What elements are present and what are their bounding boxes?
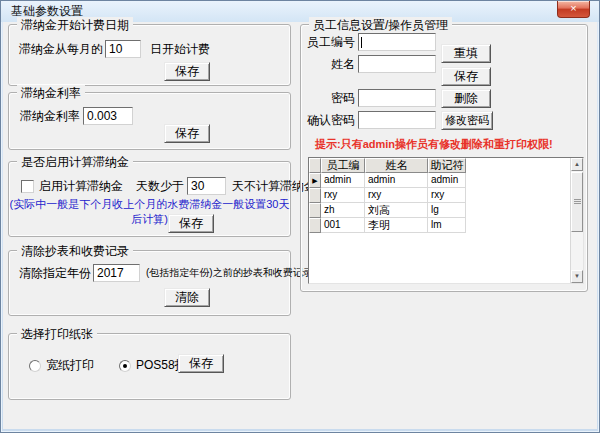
table-header-row: 员工编号 姓名 助记符 — [309, 158, 583, 173]
name-label: 姓名 — [307, 56, 355, 73]
group-title: 选择打印纸张 — [17, 326, 97, 343]
enable-late-fee-checkbox[interactable] — [21, 180, 34, 193]
pos58-radio[interactable] — [119, 360, 131, 372]
table-vertical-scrollbar[interactable]: ▲ ▼ — [570, 158, 583, 283]
group-title: 滞纳金开始计费日期 — [17, 17, 133, 34]
save-button[interactable]: 保存 — [164, 62, 210, 81]
group-late-fee-rate: 滞纳金利率 滞纳金利率 保存 — [8, 92, 291, 150]
cell-name[interactable]: rxy — [365, 188, 428, 203]
table-row[interactable]: rxy rxy rxy — [309, 188, 583, 203]
password-input[interactable] — [358, 89, 436, 107]
cell-name[interactable]: admin — [365, 173, 428, 188]
row-selector-arrow-icon[interactable]: ▶ — [309, 173, 321, 188]
start-date-prefix-label: 滞纳金从每月的 — [19, 41, 103, 58]
text-caret — [361, 37, 362, 48]
wide-paper-label: 宽纸打印 — [46, 357, 94, 374]
change-password-button[interactable]: 修改密码 — [441, 111, 493, 130]
column-header[interactable]: 员工编号 — [321, 158, 365, 173]
start-date-suffix-label: 日开始计费 — [150, 41, 210, 58]
name-input[interactable] — [358, 55, 436, 73]
rate-label: 滞纳金利率 — [20, 108, 80, 125]
cell-mnemonic[interactable]: admin — [428, 173, 466, 188]
delete-button[interactable]: 删除 — [441, 89, 491, 108]
group-title: 是否启用计算滞纳金 — [17, 154, 133, 171]
row-selector[interactable] — [309, 188, 321, 203]
group-enable-late-fee: 是否启用计算滞纳金 启用计算滞纳金 天数少于 天不计算滞纳金 (实际中一般是下个… — [8, 161, 291, 237]
cell-name[interactable]: 李明 — [365, 218, 428, 233]
confirm-password-label: 确认密码 — [307, 112, 355, 129]
refill-button[interactable]: 重填 — [441, 44, 491, 63]
group-title: 滞纳金利率 — [17, 85, 85, 102]
start-date-input[interactable] — [105, 40, 141, 58]
wide-paper-radio[interactable] — [29, 360, 41, 372]
scrollbar-thumb-gripper — [574, 199, 581, 205]
column-header[interactable]: 姓名 — [365, 158, 428, 173]
group-paper-select: 选择打印纸张 宽纸打印 POS58打印 保存 — [8, 333, 291, 400]
scroll-down-icon[interactable]: ▼ — [571, 270, 583, 283]
group-employee-management: 员工信息设置/操作员管理 员工编号 姓名 密码 确认密码 重填 保存 删除 修改… — [300, 24, 588, 292]
cell-emp-no[interactable]: zh — [321, 203, 365, 218]
cell-name[interactable]: 刘高 — [365, 203, 428, 218]
save-button[interactable]: 保存 — [164, 124, 210, 143]
cell-mnemonic[interactable]: lm — [428, 218, 466, 233]
clear-button[interactable]: 清除 — [164, 288, 210, 307]
scrollbar-thumb[interactable] — [571, 172, 583, 232]
clear-year-label: 清除指定年份 — [19, 265, 91, 282]
save-button[interactable]: 保存 — [178, 354, 224, 373]
days-input[interactable] — [187, 177, 226, 195]
table-row[interactable]: zh 刘高 lg — [309, 203, 583, 218]
confirm-password-input[interactable] — [358, 111, 436, 129]
radio-dot — [123, 364, 127, 368]
late-fee-note: (实际中一般是下个月收上个月的水费滞纳金一般设置30天后计算) — [9, 197, 290, 227]
employee-table: 员工编号 姓名 助记符 ▶ admin admin admin rxy rxy … — [308, 157, 584, 284]
row-selector[interactable] — [309, 218, 321, 233]
cell-emp-no[interactable]: 001 — [321, 218, 365, 233]
emp-no-input[interactable] — [358, 33, 436, 51]
cell-mnemonic[interactable]: lg — [428, 203, 466, 218]
admin-hint: 提示:只有admin操作员有修改删除和重打印权限! — [315, 137, 553, 152]
cell-emp-no[interactable]: rxy — [321, 188, 365, 203]
save-button[interactable]: 保存 — [168, 214, 214, 233]
column-header[interactable]: 助记符 — [428, 158, 466, 173]
days-prefix-label: 天数少于 — [136, 178, 184, 195]
group-clear-records: 清除抄表和收费记录 清除指定年份 (包括指定年份)之前的抄表和收费记录 清除 — [8, 250, 291, 316]
enable-checkbox-label: 启用计算滞纳金 — [39, 178, 123, 195]
table-row[interactable]: ▶ admin admin admin — [309, 173, 583, 188]
cell-mnemonic[interactable]: rxy — [428, 188, 466, 203]
rate-input[interactable] — [83, 107, 133, 125]
dialog-window: 基础参数设置 × 滞纳金开始计费日期 滞纳金从每月的 日开始计费 保存 滞纳金利… — [0, 0, 600, 433]
table-row[interactable]: 001 李明 lm — [309, 218, 583, 233]
group-title: 清除抄表和收费记录 — [17, 243, 133, 260]
emp-no-label: 员工编号 — [307, 34, 355, 51]
row-selector[interactable] — [309, 203, 321, 218]
cell-emp-no[interactable]: admin — [321, 173, 365, 188]
password-label: 密码 — [307, 90, 355, 107]
save-button[interactable]: 保存 — [441, 67, 491, 86]
close-icon[interactable]: × — [557, 1, 590, 18]
group-title: 员工信息设置/操作员管理 — [309, 17, 452, 34]
clear-year-input[interactable] — [93, 264, 140, 282]
group-late-fee-start-date: 滞纳金开始计费日期 滞纳金从每月的 日开始计费 保存 — [8, 24, 291, 86]
selector-header-cell — [309, 158, 321, 173]
scroll-up-icon[interactable]: ▲ — [571, 158, 583, 171]
clear-year-suffix-label: (包括指定年份)之前的抄表和收费记录 — [146, 266, 313, 280]
